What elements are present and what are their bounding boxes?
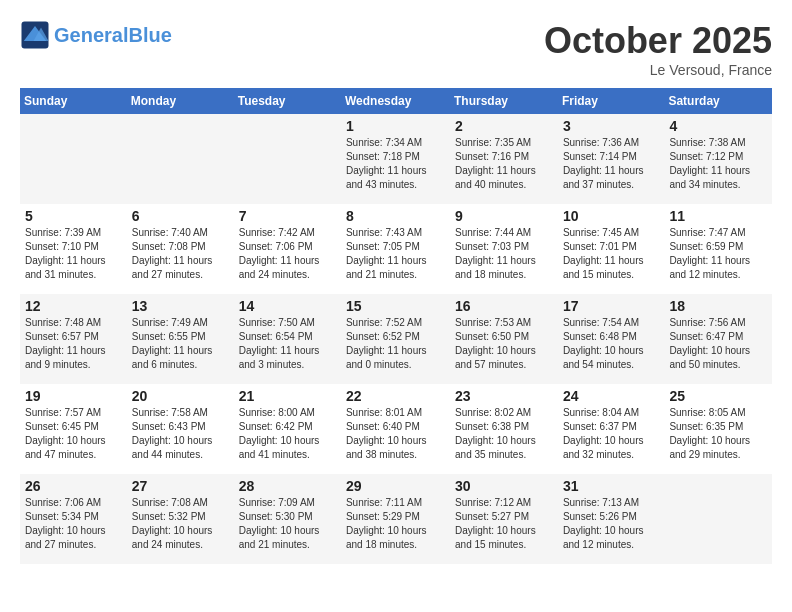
logo-icon [20, 20, 50, 50]
calendar-cell: 4Sunrise: 7:38 AM Sunset: 7:12 PM Daylig… [664, 114, 772, 204]
day-number: 15 [346, 298, 445, 314]
calendar-cell: 15Sunrise: 7:52 AM Sunset: 6:52 PM Dayli… [341, 294, 450, 384]
day-info: Sunrise: 7:43 AM Sunset: 7:05 PM Dayligh… [346, 226, 445, 282]
day-info: Sunrise: 7:50 AM Sunset: 6:54 PM Dayligh… [239, 316, 336, 372]
day-info: Sunrise: 7:39 AM Sunset: 7:10 PM Dayligh… [25, 226, 122, 282]
day-info: Sunrise: 8:05 AM Sunset: 6:35 PM Dayligh… [669, 406, 767, 462]
day-number: 10 [563, 208, 660, 224]
weekday-thursday: Thursday [450, 88, 558, 114]
weekday-monday: Monday [127, 88, 234, 114]
day-number: 9 [455, 208, 553, 224]
day-info: Sunrise: 8:01 AM Sunset: 6:40 PM Dayligh… [346, 406, 445, 462]
calendar-cell: 8Sunrise: 7:43 AM Sunset: 7:05 PM Daylig… [341, 204, 450, 294]
calendar-cell: 2Sunrise: 7:35 AM Sunset: 7:16 PM Daylig… [450, 114, 558, 204]
calendar-cell: 6Sunrise: 7:40 AM Sunset: 7:08 PM Daylig… [127, 204, 234, 294]
day-number: 6 [132, 208, 229, 224]
day-number: 12 [25, 298, 122, 314]
day-info: Sunrise: 7:56 AM Sunset: 6:47 PM Dayligh… [669, 316, 767, 372]
calendar-cell: 31Sunrise: 7:13 AM Sunset: 5:26 PM Dayli… [558, 474, 665, 564]
calendar-cell: 17Sunrise: 7:54 AM Sunset: 6:48 PM Dayli… [558, 294, 665, 384]
day-number: 21 [239, 388, 336, 404]
calendar-cell: 20Sunrise: 7:58 AM Sunset: 6:43 PM Dayli… [127, 384, 234, 474]
logo: GeneralBlue [20, 20, 172, 50]
day-number: 30 [455, 478, 553, 494]
calendar-cell: 23Sunrise: 8:02 AM Sunset: 6:38 PM Dayli… [450, 384, 558, 474]
calendar-cell: 14Sunrise: 7:50 AM Sunset: 6:54 PM Dayli… [234, 294, 341, 384]
title-area: October 2025 Le Versoud, France [544, 20, 772, 78]
logo-text: GeneralBlue [54, 24, 172, 46]
day-info: Sunrise: 7:38 AM Sunset: 7:12 PM Dayligh… [669, 136, 767, 192]
day-info: Sunrise: 7:11 AM Sunset: 5:29 PM Dayligh… [346, 496, 445, 552]
day-number: 31 [563, 478, 660, 494]
day-number: 24 [563, 388, 660, 404]
calendar-cell: 28Sunrise: 7:09 AM Sunset: 5:30 PM Dayli… [234, 474, 341, 564]
calendar-cell: 25Sunrise: 8:05 AM Sunset: 6:35 PM Dayli… [664, 384, 772, 474]
location: Le Versoud, France [544, 62, 772, 78]
day-number: 1 [346, 118, 445, 134]
calendar-cell: 5Sunrise: 7:39 AM Sunset: 7:10 PM Daylig… [20, 204, 127, 294]
weekday-sunday: Sunday [20, 88, 127, 114]
day-info: Sunrise: 7:49 AM Sunset: 6:55 PM Dayligh… [132, 316, 229, 372]
day-number: 7 [239, 208, 336, 224]
logo-line1: General [54, 24, 128, 46]
calendar-cell [234, 114, 341, 204]
day-number: 11 [669, 208, 767, 224]
calendar-cell: 26Sunrise: 7:06 AM Sunset: 5:34 PM Dayli… [20, 474, 127, 564]
calendar-cell: 3Sunrise: 7:36 AM Sunset: 7:14 PM Daylig… [558, 114, 665, 204]
day-info: Sunrise: 7:40 AM Sunset: 7:08 PM Dayligh… [132, 226, 229, 282]
weekday-tuesday: Tuesday [234, 88, 341, 114]
calendar-cell [20, 114, 127, 204]
week-row-2: 5Sunrise: 7:39 AM Sunset: 7:10 PM Daylig… [20, 204, 772, 294]
day-info: Sunrise: 7:54 AM Sunset: 6:48 PM Dayligh… [563, 316, 660, 372]
calendar-cell: 7Sunrise: 7:42 AM Sunset: 7:06 PM Daylig… [234, 204, 341, 294]
day-number: 20 [132, 388, 229, 404]
calendar-cell: 9Sunrise: 7:44 AM Sunset: 7:03 PM Daylig… [450, 204, 558, 294]
calendar-cell [664, 474, 772, 564]
day-number: 25 [669, 388, 767, 404]
day-number: 13 [132, 298, 229, 314]
day-info: Sunrise: 7:44 AM Sunset: 7:03 PM Dayligh… [455, 226, 553, 282]
day-number: 23 [455, 388, 553, 404]
day-info: Sunrise: 7:52 AM Sunset: 6:52 PM Dayligh… [346, 316, 445, 372]
calendar-cell: 11Sunrise: 7:47 AM Sunset: 6:59 PM Dayli… [664, 204, 772, 294]
day-number: 18 [669, 298, 767, 314]
day-info: Sunrise: 7:13 AM Sunset: 5:26 PM Dayligh… [563, 496, 660, 552]
day-info: Sunrise: 7:09 AM Sunset: 5:30 PM Dayligh… [239, 496, 336, 552]
day-number: 4 [669, 118, 767, 134]
calendar-cell: 12Sunrise: 7:48 AM Sunset: 6:57 PM Dayli… [20, 294, 127, 384]
day-number: 27 [132, 478, 229, 494]
page-header: GeneralBlue October 2025 Le Versoud, Fra… [20, 20, 772, 78]
calendar-cell [127, 114, 234, 204]
day-number: 22 [346, 388, 445, 404]
day-info: Sunrise: 7:36 AM Sunset: 7:14 PM Dayligh… [563, 136, 660, 192]
day-info: Sunrise: 8:02 AM Sunset: 6:38 PM Dayligh… [455, 406, 553, 462]
day-info: Sunrise: 7:12 AM Sunset: 5:27 PM Dayligh… [455, 496, 553, 552]
day-info: Sunrise: 8:04 AM Sunset: 6:37 PM Dayligh… [563, 406, 660, 462]
day-info: Sunrise: 7:57 AM Sunset: 6:45 PM Dayligh… [25, 406, 122, 462]
weekday-friday: Friday [558, 88, 665, 114]
week-row-1: 1Sunrise: 7:34 AM Sunset: 7:18 PM Daylig… [20, 114, 772, 204]
day-number: 29 [346, 478, 445, 494]
day-number: 17 [563, 298, 660, 314]
calendar-cell: 19Sunrise: 7:57 AM Sunset: 6:45 PM Dayli… [20, 384, 127, 474]
day-info: Sunrise: 7:42 AM Sunset: 7:06 PM Dayligh… [239, 226, 336, 282]
weekday-header-row: SundayMondayTuesdayWednesdayThursdayFrid… [20, 88, 772, 114]
calendar-header: SundayMondayTuesdayWednesdayThursdayFrid… [20, 88, 772, 114]
calendar-cell: 30Sunrise: 7:12 AM Sunset: 5:27 PM Dayli… [450, 474, 558, 564]
day-info: Sunrise: 7:06 AM Sunset: 5:34 PM Dayligh… [25, 496, 122, 552]
day-info: Sunrise: 7:48 AM Sunset: 6:57 PM Dayligh… [25, 316, 122, 372]
calendar-cell: 10Sunrise: 7:45 AM Sunset: 7:01 PM Dayli… [558, 204, 665, 294]
day-number: 16 [455, 298, 553, 314]
weekday-saturday: Saturday [664, 88, 772, 114]
calendar-cell: 29Sunrise: 7:11 AM Sunset: 5:29 PM Dayli… [341, 474, 450, 564]
day-info: Sunrise: 7:08 AM Sunset: 5:32 PM Dayligh… [132, 496, 229, 552]
day-number: 5 [25, 208, 122, 224]
week-row-3: 12Sunrise: 7:48 AM Sunset: 6:57 PM Dayli… [20, 294, 772, 384]
calendar-cell: 18Sunrise: 7:56 AM Sunset: 6:47 PM Dayli… [664, 294, 772, 384]
day-info: Sunrise: 7:35 AM Sunset: 7:16 PM Dayligh… [455, 136, 553, 192]
calendar-cell: 21Sunrise: 8:00 AM Sunset: 6:42 PM Dayli… [234, 384, 341, 474]
week-row-5: 26Sunrise: 7:06 AM Sunset: 5:34 PM Dayli… [20, 474, 772, 564]
month-title: October 2025 [544, 20, 772, 62]
calendar-cell: 24Sunrise: 8:04 AM Sunset: 6:37 PM Dayli… [558, 384, 665, 474]
logo-line2: Blue [128, 24, 171, 46]
